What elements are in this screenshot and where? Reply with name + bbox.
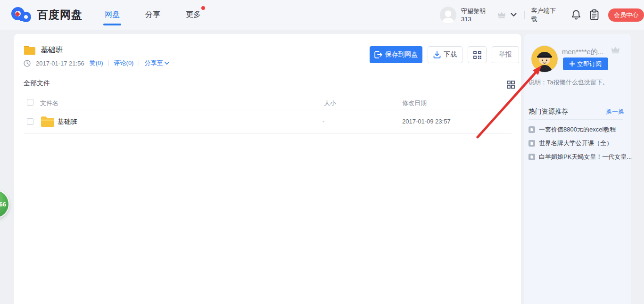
qr-code-button[interactable] <box>468 46 487 63</box>
save-to-disk-button[interactable]: 保存到网盘 <box>370 46 422 63</box>
notification-dot <box>201 6 205 10</box>
clock-icon <box>24 60 31 67</box>
badge-value: 66 <box>0 201 6 208</box>
doc-icon <box>528 140 535 147</box>
divider <box>108 60 109 66</box>
nav-tabs: 网盘 分享 更多 <box>105 0 226 30</box>
top-navbar: 百度网盘 网盘 分享 更多 守望黎明313 <box>0 0 644 30</box>
divider <box>528 119 623 120</box>
file-list-section-title: 全部文件 <box>24 79 50 88</box>
row-checkbox[interactable] <box>27 118 33 125</box>
select-all-checkbox[interactable] <box>27 99 33 106</box>
save-to-disk-icon <box>374 51 382 58</box>
download-button[interactable]: 下载 <box>428 46 462 63</box>
owner-sidebar: men****e的... 立即订阅 说明：Ta很懒什么也没留下。 热门资源推荐 … <box>524 34 631 304</box>
grid-view-icon[interactable] <box>507 81 515 89</box>
folder-icon <box>41 115 55 129</box>
file-table-header: 文件名 大小 修改日期 <box>24 96 512 109</box>
tab-more[interactable]: 更多 <box>186 0 201 30</box>
list-item[interactable]: 白羊媚娘PK天蝎女皇！一代女皇... <box>528 153 632 161</box>
nav-right-cluster: 守望黎明313 客户端下载 <box>440 0 644 30</box>
file-modified-date: 2017-01-09 23:57 <box>402 118 451 125</box>
hot-recommend-header: 热门资源推荐 换一换 <box>528 107 624 116</box>
share-timestamp: 2017-01-17 21:56 <box>36 60 84 67</box>
report-button[interactable]: 举报 <box>492 46 519 63</box>
refresh-link[interactable]: 换一换 <box>606 107 624 116</box>
tab-netdisk[interactable]: 网盘 <box>105 0 120 30</box>
active-tab-underline <box>103 24 121 25</box>
column-header-modified[interactable]: 修改日期 <box>402 99 427 107</box>
bell-icon[interactable] <box>571 9 581 20</box>
column-header-size[interactable]: 大小 <box>324 99 336 107</box>
doc-icon <box>528 154 535 160</box>
crown-icon <box>611 46 620 56</box>
crown-icon <box>497 11 506 19</box>
chevron-down-icon[interactable] <box>511 13 517 17</box>
hot-recommend-title: 热门资源推荐 <box>528 107 568 116</box>
client-download-link[interactable]: 客户端下载 <box>531 7 561 24</box>
plus-icon <box>570 61 575 66</box>
share-actions: 保存到网盘 下载 举报 <box>370 46 519 63</box>
user-avatar[interactable] <box>440 7 456 24</box>
clipboard-icon[interactable] <box>590 9 599 20</box>
like-link[interactable]: 赞(0) <box>90 59 103 67</box>
share-meta-row: 2017-01-17 21:56 赞(0) 评论(0) 分享至 <box>24 59 169 67</box>
share-to-link[interactable]: 分享至 <box>144 59 169 67</box>
vip-center-button[interactable]: 会员中心 <box>608 8 644 22</box>
share-title-row: 基础班 <box>24 45 63 55</box>
tab-share[interactable]: 分享 <box>145 0 160 30</box>
divider <box>139 60 139 66</box>
chevron-down-icon <box>165 62 169 65</box>
column-header-name[interactable]: 文件名 <box>40 99 58 107</box>
subscribe-button[interactable]: 立即订阅 <box>563 58 608 70</box>
divider <box>524 11 525 19</box>
comment-link[interactable]: 评论(0) <box>114 59 134 67</box>
table-row[interactable]: 基础班 - 2017-01-09 23:57 <box>24 109 512 134</box>
floating-green-badge[interactable]: 66 <box>0 190 8 218</box>
download-icon <box>433 51 441 58</box>
page: 百度网盘 网盘 分享 更多 守望黎明313 <box>0 0 644 304</box>
owner-username[interactable]: men****e的... <box>562 48 603 57</box>
list-item[interactable]: 一套价值8800元的excel教程 <box>528 125 616 134</box>
baidu-netdisk-logo-icon <box>10 5 33 25</box>
file-name[interactable]: 基础班 <box>58 118 77 126</box>
brand[interactable]: 百度网盘 <box>10 0 83 30</box>
file-size: - <box>322 118 324 125</box>
qr-code-icon <box>473 51 481 59</box>
share-content-card: 基础班 2017-01-17 21:56 赞(0) 评论(0) 分享至 <box>14 34 521 304</box>
brand-title: 百度网盘 <box>37 8 83 22</box>
nav-username[interactable]: 守望黎明313 <box>461 7 495 23</box>
doc-icon <box>528 126 535 133</box>
list-item[interactable]: 世界名牌大学公开课（全） <box>528 139 612 148</box>
folder-icon <box>24 45 36 55</box>
share-title: 基础班 <box>41 45 63 55</box>
owner-avatar[interactable] <box>531 46 558 72</box>
owner-description: 说明：Ta很懒什么也没留下。 <box>528 78 609 87</box>
